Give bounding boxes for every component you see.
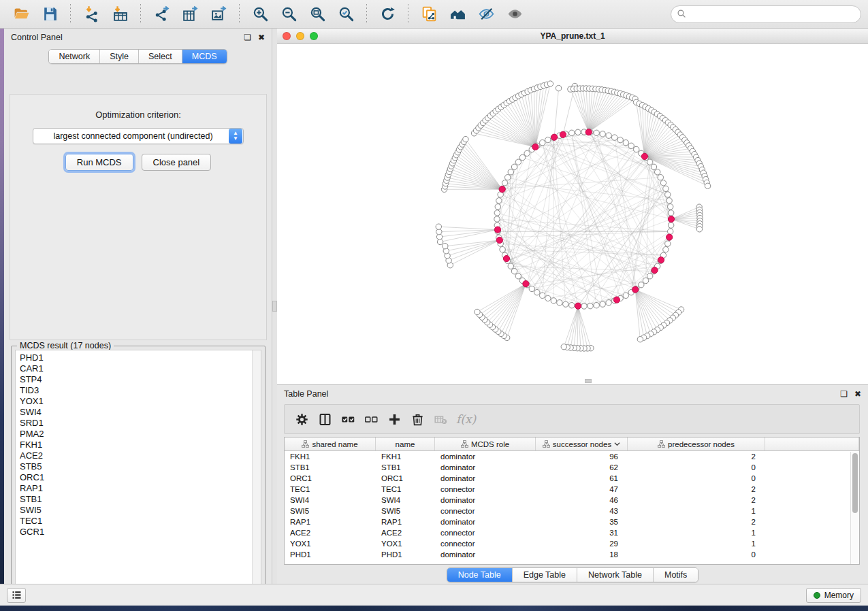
- table-panel-title: Table Panel: [284, 389, 328, 399]
- mcds-result-item[interactable]: SWI5: [16, 505, 261, 516]
- column-header-successor-nodes[interactable]: successor nodes: [536, 437, 628, 450]
- table-scrollbar[interactable]: [850, 452, 858, 564]
- column-header-predecessor-nodes[interactable]: predecessor nodes: [628, 437, 765, 450]
- open-file-button[interactable]: [10, 3, 33, 26]
- splitter-grip[interactable]: [272, 301, 277, 312]
- memory-button[interactable]: Memory: [806, 588, 861, 603]
- function-builder-button[interactable]: f(x): [456, 412, 476, 426]
- mcds-result-item[interactable]: GCR1: [16, 527, 261, 538]
- table-panel-close-button[interactable]: ✖: [854, 390, 861, 398]
- tab-node-table[interactable]: Node Table: [447, 568, 512, 582]
- zoom-selected-button[interactable]: [334, 3, 357, 26]
- mcds-result-item[interactable]: SRD1: [16, 418, 261, 429]
- column-header-MCDS-role[interactable]: MCDS role: [435, 437, 536, 450]
- node-table[interactable]: shared namenameMCDS rolesuccessor nodesp…: [284, 437, 860, 565]
- table-row[interactable]: STB1STB1dominator620: [285, 462, 859, 473]
- optimization-criterion-select[interactable]: largest connected component (undirected)…: [33, 128, 244, 144]
- delete-table-button[interactable]: [429, 408, 452, 431]
- close-panel-button[interactable]: Close panel: [142, 154, 212, 171]
- import-network-button[interactable]: [80, 3, 103, 26]
- mcds-result-item[interactable]: TID3: [16, 385, 261, 396]
- show-all-button[interactable]: [503, 3, 526, 26]
- network-graph[interactable]: [277, 44, 868, 384]
- show-columns-button[interactable]: [336, 408, 359, 431]
- mcds-result-item[interactable]: ORC1: [16, 472, 261, 483]
- tab-network-table[interactable]: Network Table: [577, 568, 653, 582]
- console-button[interactable]: [7, 588, 26, 603]
- first-neighbors-icon: [449, 5, 466, 22]
- toolbar-separator: [366, 4, 367, 24]
- mcds-result-item[interactable]: ACE2: [16, 450, 261, 461]
- refresh-button[interactable]: [376, 3, 399, 26]
- mcds-result-item[interactable]: STB1: [16, 494, 261, 505]
- cell-shared-name: FKH1: [285, 452, 376, 461]
- run-mcds-button[interactable]: Run MCDS: [65, 154, 133, 171]
- column-header-name[interactable]: name: [376, 437, 435, 450]
- table-panel-float-button[interactable]: ❏: [840, 390, 848, 398]
- first-neighbors-button[interactable]: [446, 3, 469, 26]
- delete-column-button[interactable]: [406, 408, 429, 431]
- mcds-result-item[interactable]: PHD1: [16, 350, 261, 363]
- search-input[interactable]: [671, 5, 861, 23]
- settings-button[interactable]: [290, 408, 313, 431]
- add-column-button[interactable]: [383, 408, 406, 431]
- mcds-result-item[interactable]: SWI4: [16, 407, 261, 418]
- table-scrollbar-thumb[interactable]: [852, 453, 858, 513]
- table-row[interactable]: ACE2ACE2connector311: [285, 527, 859, 538]
- clone-network-button[interactable]: [417, 3, 440, 26]
- mcds-list-scrollbar[interactable]: [252, 350, 261, 594]
- sort-descending-icon: [614, 442, 620, 446]
- control-panel-close-button[interactable]: ✖: [258, 33, 265, 42]
- table-row[interactable]: TEC1TEC1connector472: [285, 484, 859, 495]
- mcds-result-item[interactable]: FKH1: [16, 440, 261, 450]
- control-panel-float-button[interactable]: ❏: [244, 33, 251, 42]
- table-row[interactable]: ORC1ORC1dominator610: [285, 473, 859, 484]
- export-table-button[interactable]: [178, 3, 202, 26]
- import-table-button[interactable]: [108, 3, 131, 26]
- network-window-titlebar[interactable]: YPA_prune.txt_1: [277, 29, 868, 44]
- table-row[interactable]: SWI4SWI4dominator462: [285, 495, 859, 506]
- mcds-result-item[interactable]: STB5: [16, 461, 261, 472]
- export-network-button[interactable]: [150, 3, 173, 26]
- import-network-icon: [83, 5, 100, 22]
- mcds-result-item[interactable]: TEC1: [16, 516, 261, 527]
- export-image-button[interactable]: [207, 3, 230, 26]
- hide-selected-button[interactable]: [475, 3, 498, 26]
- cell-successor-nodes: 18: [536, 550, 628, 559]
- network-window-title: YPA_prune.txt_1: [277, 31, 868, 41]
- table-row[interactable]: SWI5SWI5connector431: [285, 506, 859, 516]
- cell-shared-name: SWI5: [285, 507, 376, 515]
- desktop-wallpaper-strip-bottom: [0, 606, 868, 611]
- vertical-splitter[interactable]: [272, 29, 277, 584]
- mcds-result-item[interactable]: CAR1: [16, 363, 261, 374]
- mcds-result-item[interactable]: PMA2: [16, 429, 261, 440]
- cell-predecessor-nodes: 2: [628, 485, 765, 493]
- tab-network[interactable]: Network: [49, 50, 99, 63]
- canvas-resize-grip[interactable]: [585, 379, 592, 383]
- cell-MCDS-role: dominator: [435, 474, 536, 482]
- mcds-result-list[interactable]: PHD1CAR1STP4TID3YOX1SWI4SRD1PMA2FKH1ACE2…: [15, 350, 261, 595]
- save-session-button[interactable]: [38, 3, 61, 26]
- cell-predecessor-nodes: 1: [628, 529, 765, 537]
- table-header-row: shared namenameMCDS rolesuccessor nodesp…: [285, 437, 859, 451]
- tab-edge-table[interactable]: Edge Table: [512, 568, 577, 582]
- zoom-fit-button[interactable]: [306, 3, 329, 26]
- tab-motifs[interactable]: Motifs: [653, 568, 698, 582]
- toolbar-separator: [140, 4, 141, 24]
- tab-style[interactable]: Style: [99, 50, 138, 63]
- network-canvas[interactable]: [277, 44, 868, 384]
- zoom-in-button[interactable]: [248, 3, 272, 26]
- table-row[interactable]: PHD1PHD1dominator180: [285, 549, 859, 560]
- mcds-result-item[interactable]: RAP1: [16, 483, 261, 494]
- mcds-result-item[interactable]: YOX1: [16, 396, 261, 407]
- columns-button[interactable]: [313, 408, 336, 431]
- tab-select[interactable]: Select: [138, 50, 182, 63]
- table-row[interactable]: FKH1FKH1dominator962: [285, 451, 859, 462]
- tab-mcds[interactable]: MCDS: [182, 50, 227, 63]
- zoom-out-button[interactable]: [277, 3, 300, 26]
- table-row[interactable]: RAP1RAP1dominator352: [285, 516, 859, 527]
- table-row[interactable]: YOX1YOX1connector291: [285, 538, 859, 549]
- hide-columns-button[interactable]: [359, 408, 383, 431]
- column-header-shared-name[interactable]: shared name: [285, 437, 376, 450]
- mcds-result-item[interactable]: STP4: [16, 374, 261, 385]
